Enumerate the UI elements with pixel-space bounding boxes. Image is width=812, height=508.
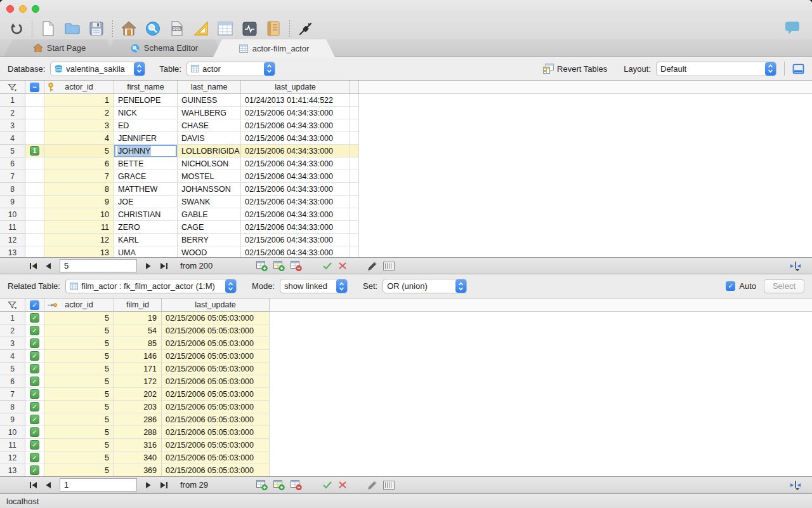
related-table-select[interactable]: film_actor : fk_film_actor_actor (1:M) [65,279,237,293]
cell-first-name[interactable]: PENELOPE [114,94,178,107]
splitter-resize-icon[interactable] [789,480,803,493]
delete-record-icon[interactable] [291,480,302,490]
linked-checkbox-icon[interactable]: ✓ [30,415,39,424]
cell-actor-id[interactable]: 10 [44,208,114,221]
linked-checkbox-icon[interactable]: ✓ [30,427,39,437]
row-number[interactable]: 8 [0,401,25,413]
cancel-changes-icon[interactable] [338,481,347,489]
row-status-cell[interactable] [25,183,44,196]
cell-actor-id[interactable]: 7 [44,170,114,183]
row-number[interactable]: 11 [0,439,25,451]
layout-select[interactable]: Default [656,62,776,76]
filter-header-cell[interactable] [0,81,25,94]
linked-checkbox-icon[interactable]: ✓ [30,389,39,399]
cell-last-name[interactable]: GABLE [178,208,241,221]
cell-last-update[interactable]: 02/15/2006 05:05:03:000 [162,439,270,451]
cancel-changes-icon[interactable] [338,262,347,270]
home-icon[interactable] [119,20,138,37]
row-link-cell[interactable]: ✓ [25,350,44,363]
cell-first-name[interactable]: CHRISTIAN [114,208,178,221]
mode-select[interactable]: show linked [280,279,348,293]
cell-actor-id[interactable]: 3 [44,119,114,132]
table-row[interactable]: 66BETTENICHOLSON02/15/2006 04:34:33:000 [0,157,812,170]
record-position-input[interactable] [60,259,137,272]
cell-actor-id[interactable]: 5 [44,451,114,464]
row-number[interactable]: 11 [0,221,25,234]
row-number[interactable]: 1 [0,312,25,324]
cell-last-name[interactable]: GUINESS [178,94,241,107]
cell-actor-id[interactable]: 12 [44,234,114,246]
cell-last-update[interactable]: 02/15/2006 04:34:33:000 [241,196,350,208]
row-link-cell[interactable]: ✓ [25,401,44,413]
row-status-cell[interactable] [25,196,44,208]
open-folder-icon[interactable] [63,20,82,37]
cell-film-id[interactable]: 171 [114,363,162,375]
row-number[interactable]: 5 [0,145,25,157]
linked-checkbox-icon[interactable]: ✓ [30,364,39,373]
column-header-actor-id[interactable]: actor_id [44,298,114,312]
cell-film-id[interactable]: 288 [114,426,162,439]
cell-actor-id[interactable]: 5 [44,145,114,157]
splitter-resize-icon[interactable] [789,261,803,274]
add-record-icon[interactable] [256,480,268,490]
table-row[interactable]: 8✓520302/15/2006 05:05:03:000 [0,401,812,413]
table-row[interactable]: 515JOHNNYLOLLOBRIGIDA02/15/2006 04:34:33… [0,145,812,157]
table-row[interactable]: 2✓55402/15/2006 05:05:03:000 [0,324,812,337]
database-select[interactable]: valentina_sakila [50,62,145,76]
cell-first-name[interactable]: ZERO [114,221,178,234]
cell-actor-id[interactable]: 5 [44,375,114,388]
cell-actor-id[interactable]: 11 [44,221,114,234]
cell-last-update[interactable]: 02/15/2006 04:34:33:000 [241,246,350,257]
cell-last-update[interactable]: 02/15/2006 05:05:03:000 [162,401,270,413]
columns-view-icon[interactable] [383,262,395,271]
row-link-cell[interactable]: ✓ [25,451,44,464]
cell-last-update[interactable]: 02/15/2006 05:05:03:000 [162,388,270,401]
row-number[interactable]: 9 [0,413,25,426]
cell-last-update[interactable]: 02/15/2006 04:34:33:000 [241,208,350,221]
cell-first-name[interactable]: JENNIFER [114,132,178,145]
cell-first-name[interactable]: GRACE [114,170,178,183]
cell-actor-id[interactable]: 5 [44,464,114,476]
cell-actor-id[interactable]: 13 [44,246,114,257]
table-row[interactable]: 13✓536902/15/2006 05:05:03:000 [0,464,812,476]
row-number[interactable]: 5 [0,363,25,375]
table-row[interactable]: 11✓531602/15/2006 05:05:03:000 [0,439,812,451]
cell-actor-id[interactable]: 4 [44,132,114,145]
table-row[interactable]: 99JOESWANK02/15/2006 04:34:33:000 [0,196,812,208]
row-status-cell[interactable] [25,94,44,107]
row-number[interactable]: 3 [0,119,25,132]
set-select[interactable]: OR (union) [383,279,467,293]
cell-last-name[interactable]: WAHLBERG [178,107,241,119]
cell-actor-id[interactable]: 9 [44,196,114,208]
last-record-button[interactable] [156,260,171,272]
cell-actor-id[interactable]: 5 [44,337,114,350]
first-record-button[interactable] [25,260,41,272]
cell-last-update[interactable]: 02/15/2006 05:05:03:000 [162,375,270,388]
cell-last-name[interactable]: BERRY [178,234,241,246]
cell-last-name[interactable]: JOHANSSON [178,183,241,196]
row-number[interactable]: 8 [0,183,25,196]
cell-actor-id[interactable]: 2 [44,107,114,119]
cell-editor[interactable]: JOHNNY [114,145,177,157]
linked-checkbox-icon[interactable]: ✓ [30,402,39,411]
query-monitor-icon[interactable] [240,20,259,37]
row-link-cell[interactable]: ✓ [25,324,44,337]
duplicate-record-icon[interactable] [273,261,285,271]
column-header-actor-id[interactable]: actor_id [44,81,114,94]
cell-last-update[interactable]: 02/15/2006 04:34:33:000 [241,183,350,196]
linked-checkbox-icon[interactable]: ✓ [30,351,39,361]
row-status-cell[interactable] [25,246,44,257]
first-record-button[interactable] [25,479,41,491]
add-record-icon[interactable] [256,261,268,271]
auto-checkbox[interactable]: ✓ [726,281,735,291]
filter-header-cell[interactable] [0,298,25,312]
next-record-button[interactable] [141,479,156,491]
row-link-cell[interactable]: ✓ [25,312,44,324]
column-header-last-update[interactable]: last_update [241,81,350,94]
save-icon[interactable] [87,20,106,37]
linked-checkbox-icon[interactable]: ✓ [30,440,39,450]
cell-film-id[interactable]: 54 [114,324,162,337]
linked-checkbox-icon[interactable]: ✓ [30,465,39,475]
cell-last-update[interactable]: 02/15/2006 05:05:03:000 [162,363,270,375]
row-link-cell[interactable]: ✓ [25,464,44,476]
